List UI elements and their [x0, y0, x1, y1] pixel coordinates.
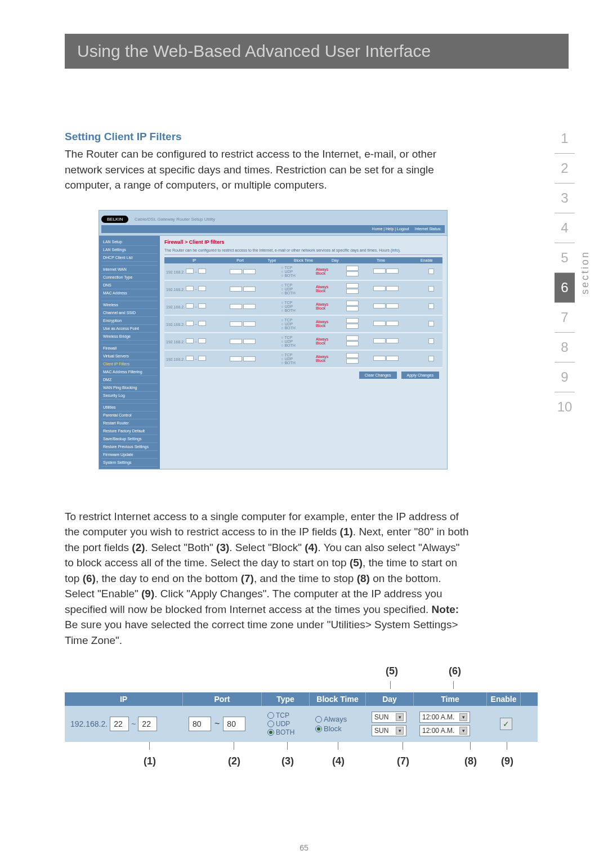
sidebar-item[interactable]: Restore Previous Settings: [101, 443, 158, 451]
sidebar-item[interactable]: WAN Ping Blocking: [101, 384, 158, 392]
type-cell: ○ TCP○ UDP○ BOTH: [281, 318, 314, 330]
ip-from-mini[interactable]: [186, 303, 194, 308]
port-from-mini[interactable]: [230, 321, 242, 326]
apply-changes-button[interactable]: Apply Changes: [401, 372, 439, 379]
enable-mini[interactable]: [428, 321, 434, 326]
bt-always-radio[interactable]: [315, 716, 322, 723]
port-to-mini[interactable]: [243, 269, 256, 274]
sidebar-item[interactable]: Restore Factory Default: [101, 427, 158, 435]
callout-ref: (7): [241, 572, 254, 584]
time-cell: [373, 286, 427, 292]
sidebar-item[interactable]: DHCP Client List: [101, 254, 158, 262]
section-nav-item[interactable]: 9: [555, 363, 575, 392]
sidebar-item[interactable]: Client IP Filters: [101, 360, 158, 368]
section-nav-item[interactable]: 8: [555, 333, 575, 363]
sidebar-item[interactable]: Encryption: [101, 317, 158, 325]
enable-checkbox[interactable]: ✓: [500, 718, 512, 730]
ip-from-mini[interactable]: [186, 286, 194, 291]
type-tcp-radio[interactable]: [267, 712, 274, 719]
sidebar-item[interactable]: Channel and SSID: [101, 309, 158, 317]
type-udp-radio[interactable]: [267, 721, 274, 727]
ip-to-mini[interactable]: [198, 269, 206, 274]
ip-from-mini[interactable]: [186, 269, 194, 274]
time-start-select[interactable]: 12:00 A.M.▾: [419, 712, 470, 723]
detail-table-row: 192.168.2. 22 ~ 22 80 ~ 80 TCP UDP BOTH …: [65, 706, 538, 742]
blocktime-cell: AlwaysBlock: [316, 267, 345, 275]
port-to-mini[interactable]: [243, 304, 256, 309]
section-nav-item[interactable]: 7: [555, 303, 575, 333]
port-from-mini[interactable]: [230, 304, 242, 309]
sidebar-item[interactable]: Parental Control: [101, 411, 158, 419]
col-header: Enable: [411, 257, 442, 263]
port-from-mini[interactable]: [230, 356, 242, 361]
detail-table-header: IP Port Type Block Time Day Time Enable: [65, 692, 538, 706]
port-from-mini[interactable]: [230, 339, 242, 344]
ip-from-mini[interactable]: [186, 338, 194, 343]
sidebar-item[interactable]: DMZ: [101, 376, 158, 384]
port-to-input[interactable]: 80: [223, 717, 245, 731]
section-nav-item[interactable]: 6: [555, 273, 575, 303]
day-cell: [346, 266, 371, 277]
port-to-mini[interactable]: [243, 287, 256, 292]
ip-to-mini[interactable]: [198, 321, 206, 326]
sidebar-item[interactable]: Save/Backup Settings: [101, 435, 158, 443]
sidebar-item[interactable]: MAC Address Filtering: [101, 368, 158, 376]
enable-mini[interactable]: [428, 269, 434, 274]
enable-mini[interactable]: [428, 338, 434, 344]
time-end-select[interactable]: 12:00 A.M.▾: [419, 725, 470, 736]
ip-from-mini[interactable]: [186, 356, 194, 361]
ip-to-mini[interactable]: [198, 338, 206, 343]
enable-cell: [428, 321, 441, 327]
sidebar-item[interactable]: Security Log: [101, 392, 158, 400]
port-from-input[interactable]: 80: [189, 717, 211, 731]
clear-changes-button[interactable]: Clear Changes: [359, 372, 397, 379]
table-row: 192.168.2. ~ ○ TCP○ UDP○ BOTHAlwaysBlock: [164, 281, 442, 298]
section-nav-item[interactable]: 5: [555, 243, 575, 273]
enable-cell: [428, 286, 441, 292]
ip-to-mini[interactable]: [198, 286, 206, 291]
section-nav-item[interactable]: 1: [555, 124, 575, 154]
sidebar-item[interactable]: Internet WAN: [101, 266, 158, 274]
col-type: Type: [262, 692, 310, 706]
ip-from-mini[interactable]: [186, 321, 194, 326]
section-nav-item[interactable]: 10: [555, 392, 575, 422]
sidebar-item[interactable]: LAN Setup: [101, 238, 158, 246]
port-to-mini[interactable]: [243, 339, 256, 344]
port-from-mini[interactable]: [230, 287, 242, 292]
port-from-mini[interactable]: [230, 269, 242, 274]
day-end-select[interactable]: SUN▾: [372, 725, 406, 736]
enable-mini[interactable]: [428, 303, 434, 309]
day-start-select[interactable]: SUN▾: [372, 712, 406, 723]
sidebar-item[interactable]: Firmware Update: [101, 451, 158, 459]
type-both-radio[interactable]: [267, 729, 274, 736]
ip-to-mini[interactable]: [198, 303, 206, 308]
bt-block-radio[interactable]: [315, 726, 322, 732]
ip-cell: 192.168.2. ~: [166, 303, 228, 309]
sidebar-item[interactable]: Firewall: [101, 344, 158, 352]
sidebar-item[interactable]: Wireless: [101, 301, 158, 309]
enable-mini[interactable]: [428, 286, 434, 292]
port-to-mini[interactable]: [243, 321, 256, 326]
enable-cell: [428, 356, 441, 362]
port-to-mini[interactable]: [243, 356, 256, 361]
section-nav-item[interactable]: 3: [555, 184, 575, 213]
sidebar-item[interactable]: System Settings: [101, 459, 158, 467]
enable-mini[interactable]: [428, 356, 434, 361]
time-cell: [373, 338, 427, 344]
sidebar-item[interactable]: Restart Router: [101, 419, 158, 427]
sidebar-item[interactable]: MAC Address: [101, 289, 158, 297]
sidebar-item[interactable]: Virtual Servers: [101, 352, 158, 360]
col-blocktime: Block Time: [310, 692, 366, 706]
sidebar-item[interactable]: Connection Type: [101, 274, 158, 281]
sidebar-item[interactable]: LAN Settings: [101, 246, 158, 254]
col-header: IP: [164, 257, 224, 263]
sidebar-item[interactable]: Utilities: [101, 404, 158, 411]
sidebar-item[interactable]: DNS: [101, 281, 158, 289]
sidebar-item[interactable]: Wireless Bridge: [101, 333, 158, 341]
sidebar-item[interactable]: Use as Access Point: [101, 325, 158, 333]
section-nav-item[interactable]: 4: [555, 213, 575, 243]
ip-from-input[interactable]: 22: [110, 717, 129, 731]
section-nav-item[interactable]: 2: [555, 154, 575, 184]
ip-to-mini[interactable]: [198, 356, 206, 361]
ip-to-input[interactable]: 22: [138, 717, 157, 731]
